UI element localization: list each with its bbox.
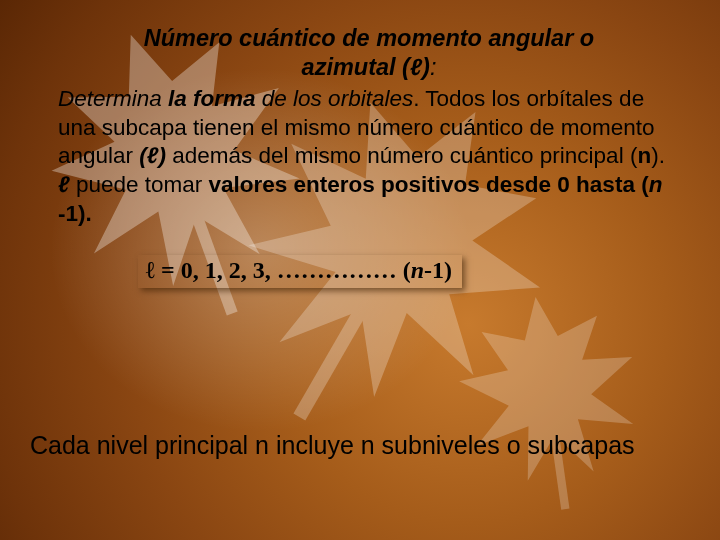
formula-row: ℓ = 0, 1, 2, 3, …………… (n-1) (138, 255, 680, 288)
body-seg: n (649, 172, 663, 197)
body-seg: además del mismo número cuántico princip… (166, 143, 637, 168)
slide-title: Número cuántico de momento angular o azi… (88, 24, 650, 83)
leaf-icon (431, 270, 670, 531)
title-line2: azimutal (ℓ) (302, 54, 430, 80)
footer-text: Cada nivel principal n incluye n subnive… (30, 430, 690, 461)
body-seg: (ℓ) (139, 143, 166, 168)
formula-n: n (411, 257, 424, 283)
content-block: Número cuántico de momento angular o azi… (58, 24, 680, 288)
formula-rhs: -1) (424, 257, 452, 283)
slide: Número cuántico de momento angular o azi… (0, 0, 720, 540)
body-seg: ). (651, 143, 665, 168)
body-seg: ℓ (58, 172, 70, 197)
body-seg: la forma (168, 86, 256, 111)
body-seg: n (637, 143, 651, 168)
body-paragraph: Determina la forma de los orbitales. Tod… (58, 85, 680, 229)
body-seg: valores enteros positivos desde 0 hasta … (208, 172, 648, 197)
body-seg: Determina (58, 86, 168, 111)
formula-lhs: ℓ = 0, 1, 2, 3, …………… ( (146, 257, 411, 283)
title-line1: Número cuántico de momento angular o (144, 25, 594, 51)
body-seg: de los orbitales (256, 86, 414, 111)
formula-box: ℓ = 0, 1, 2, 3, …………… (n-1) (138, 255, 462, 288)
svg-rect-1 (293, 301, 370, 420)
title-colon: : (430, 54, 437, 80)
body-seg: -1). (58, 201, 92, 226)
body-seg: puede tomar (70, 172, 209, 197)
